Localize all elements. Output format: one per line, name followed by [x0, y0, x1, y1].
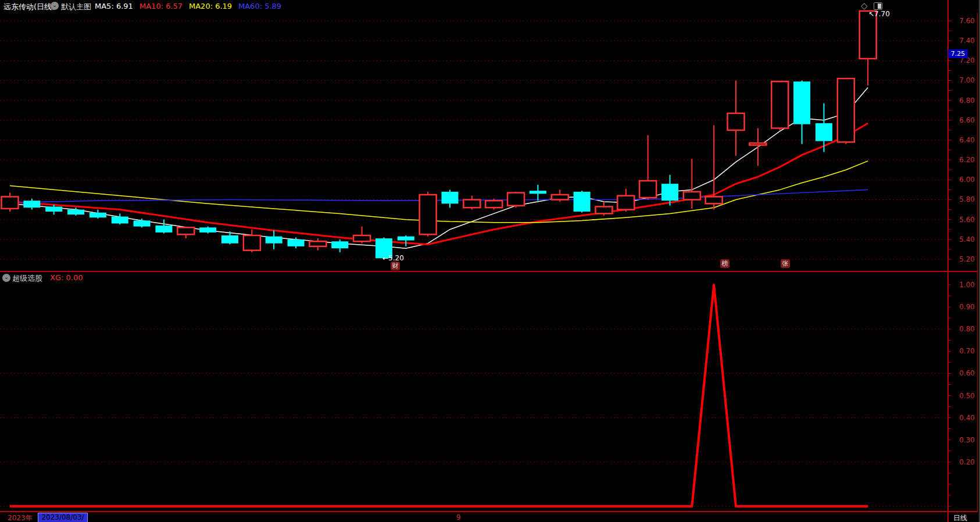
price-axis-label: 7.40: [949, 37, 975, 45]
candle-body-down: [67, 210, 84, 215]
candle-body-down: [221, 235, 238, 244]
high-price-annotation: ↖7.70: [868, 10, 890, 18]
candle-body-down: [661, 184, 678, 201]
chart-canvas[interactable]: [0, 0, 980, 522]
candle-body-up: [552, 195, 568, 200]
period-label[interactable]: 日线: [953, 513, 967, 522]
indicator-axis-label: 0.50: [949, 392, 975, 400]
candle-body-up: [353, 235, 370, 241]
price-axis-label: 5.60: [949, 216, 975, 224]
candle-body-up: [309, 241, 326, 246]
axis-month-marker: 9: [456, 513, 461, 521]
candle-body-down: [331, 241, 348, 248]
news-badge-bang[interactable]: 榜: [720, 259, 729, 268]
indicator-axis-label: 0.70: [949, 347, 975, 355]
news-badge-cai[interactable]: 财: [391, 262, 400, 270]
candle-body-up: [639, 181, 656, 198]
candle-body-down: [45, 206, 62, 212]
ma20-line: [10, 161, 868, 223]
candle-body-up: [485, 201, 502, 208]
candle-body-down: [155, 226, 172, 233]
candle-body-up: [728, 113, 745, 130]
indicator-axis-label: 0.90: [949, 303, 975, 311]
price-axis-label: 6.80: [949, 96, 975, 105]
indicator-axis-label: 0.30: [949, 436, 975, 444]
candle-body-down: [112, 217, 128, 224]
price-axis-label: 6.00: [949, 176, 975, 184]
high-price-value: 7.70: [874, 10, 890, 18]
candle-body-down: [90, 213, 106, 218]
candle-body-up: [684, 192, 700, 200]
panel-divider-line[interactable]: [0, 271, 978, 272]
candle-body-down: [23, 201, 40, 208]
candle-body-up: [595, 206, 612, 213]
candle-body-down: [574, 192, 591, 212]
indicator-axis-label: 1.00: [949, 281, 975, 289]
candle-body-up: [749, 143, 766, 145]
candle-body-up: [617, 196, 634, 210]
candle-body-up: [507, 193, 524, 206]
candle-body-up: [706, 196, 723, 203]
indicator-axis-label: 0.40: [949, 414, 975, 422]
candle-body-up: [244, 235, 260, 251]
low-price-annotation: ←5.20: [382, 254, 404, 262]
bottom-border-line: [0, 511, 978, 512]
high-arrow-icon: ↖: [868, 10, 874, 18]
indicator-axis-label: 0.60: [949, 369, 975, 377]
price-axis-label: 5.40: [949, 235, 975, 244]
price-axis-label: 6.40: [949, 136, 975, 144]
indicator-axis-label: 0.20: [949, 458, 975, 466]
current-price-tag: 7.25: [948, 49, 968, 58]
axis-year-label: 2023年: [8, 513, 33, 522]
price-axis-label: 7.00: [949, 76, 975, 84]
candle-body-down: [442, 192, 459, 203]
price-axis-label: 5.20: [949, 255, 975, 263]
ma60-line: [10, 190, 868, 202]
candle-body-up: [771, 81, 788, 128]
candle-body-down: [530, 191, 546, 194]
candle-body-down: [816, 123, 832, 141]
candle-body-up: [420, 195, 437, 234]
indicator-title[interactable]: 超级选股: [12, 273, 42, 284]
chevron-down-icon[interactable]: ⌄: [2, 274, 10, 282]
candle-body-up: [838, 78, 854, 142]
candle-body-down: [398, 237, 414, 241]
price-axis-label: 5.80: [949, 195, 975, 203]
right-border-line: [977, 13, 978, 512]
y-axis-line: [947, 0, 949, 522]
candle-body-up: [860, 11, 877, 59]
candle-body-up: [2, 196, 19, 208]
candle-body-down: [793, 81, 810, 124]
xg-indicator-line: [10, 285, 868, 506]
indicator-axis-label: 0.80: [949, 325, 975, 333]
indicator-value: XG: 0.00: [50, 273, 83, 282]
price-axis-label: 6.60: [949, 116, 975, 124]
selected-date-box[interactable]: 2023/08/03/四: [38, 513, 88, 522]
candle-body-down: [266, 237, 282, 244]
price-axis-label: 7.60: [949, 17, 975, 25]
candle-body-down: [199, 227, 216, 233]
news-badge-zhang[interactable]: 张: [781, 259, 790, 268]
candle-body-up: [463, 199, 480, 208]
stock-app-window: 远东传动(日线) ⌄ 默认主图 MA5: 6.91 MA10: 6.57 MA2…: [0, 0, 980, 522]
candle-body-down: [288, 239, 305, 246]
candle-body-down: [134, 220, 151, 226]
candle-body-up: [177, 227, 194, 234]
price-axis-label: 6.20: [949, 156, 975, 164]
